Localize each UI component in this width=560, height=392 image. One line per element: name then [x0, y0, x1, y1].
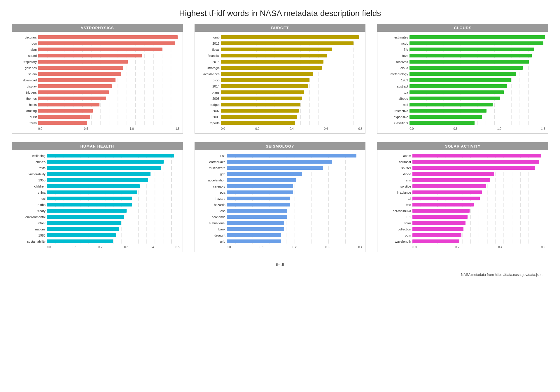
table-row: tovs	[380, 53, 545, 58]
bar-track	[227, 233, 363, 237]
bar-track	[38, 115, 180, 119]
x-tick: 0.0	[221, 127, 225, 130]
bar-fill	[227, 154, 356, 158]
bar-track	[47, 197, 180, 201]
bar-label: nations	[15, 228, 47, 231]
bar-track	[410, 66, 545, 70]
bar-label: bank	[198, 228, 227, 231]
bar-track	[227, 160, 363, 164]
bar-label: financial	[198, 54, 221, 57]
bar-label: orbiting	[15, 109, 38, 113]
bar-label: meteorology	[380, 72, 410, 76]
table-row: 2014	[198, 84, 363, 89]
bar-fill	[410, 90, 503, 94]
bar-track	[221, 72, 363, 76]
table-row: diode	[380, 172, 545, 177]
table-row: 2009	[198, 114, 363, 120]
bar-track	[221, 48, 363, 52]
table-row: births	[15, 202, 180, 207]
table-row: burst	[15, 114, 180, 120]
x-tick: 0.2	[255, 127, 259, 130]
bar-track	[221, 66, 363, 70]
bar-label: sustainability	[15, 240, 47, 243]
bar-label: infant	[15, 221, 47, 225]
bar-track	[412, 239, 545, 244]
x-axis-budget: 0.00.20.40.60.8	[221, 127, 363, 130]
x-tick: 0.4	[150, 246, 154, 249]
bar-chart-seismology: riskearthquakemultihazardgdpacceleration…	[198, 153, 363, 244]
bar-track	[47, 227, 180, 231]
chart-header-budget: BUDGET	[195, 24, 366, 32]
bar-track	[47, 239, 180, 244]
bar-chart-human-health: wellbeingchina'stextsvulnerability1950ch…	[15, 153, 180, 244]
table-row: download	[15, 78, 180, 83]
table-row: themes	[15, 96, 180, 101]
bar-fill	[410, 109, 486, 113]
bar-track	[221, 90, 363, 94]
table-row: sim	[380, 178, 545, 183]
table-row: ppm	[380, 233, 545, 238]
bar-label: solar	[380, 221, 412, 225]
x-tick: 0.4	[498, 246, 502, 249]
x-axis-label: tf-idf	[12, 262, 548, 267]
table-row: 0.1	[380, 214, 545, 220]
x-tick: 0.0	[410, 127, 414, 130]
bar-track	[412, 233, 545, 237]
bar-track	[412, 227, 545, 231]
bar-fill	[221, 90, 304, 94]
table-row: texts	[15, 165, 180, 171]
bar-track	[47, 209, 180, 213]
chart-header-clouds: CLOUDS	[377, 24, 548, 32]
bar-track	[221, 103, 363, 107]
bar-label: omb	[198, 36, 221, 39]
table-row: estimates	[380, 35, 545, 40]
bar-fill	[412, 154, 541, 158]
bar-label: avoidances	[198, 72, 221, 76]
bar-label: hazard	[198, 197, 227, 200]
x-tick: 1.5	[541, 127, 545, 130]
bar-label: restrictive	[380, 109, 410, 113]
table-row: acrimsat	[380, 159, 545, 164]
bar-label: births	[15, 203, 47, 206]
bar-label: reports	[198, 121, 221, 125]
bar-label: studio	[15, 72, 38, 76]
x-axis-clouds: 0.00.51.01.5	[410, 127, 545, 130]
x-tick: 0.5	[176, 246, 180, 249]
bar-label: gcn	[15, 42, 38, 45]
x-tick: 1.0	[130, 127, 134, 130]
bar-fill	[221, 84, 308, 88]
bar-fill	[227, 160, 332, 164]
bar-track	[410, 54, 545, 58]
chart-body-clouds: estimatesncdcfifetovsreceivedcloudmeteor…	[377, 32, 548, 134]
bar-fill	[412, 221, 466, 225]
bar-track	[38, 84, 180, 88]
bar-track	[38, 60, 180, 64]
bar-track	[227, 203, 363, 207]
x-tick: 0.4	[358, 246, 362, 249]
table-row: acrim	[380, 153, 545, 158]
bar-label: tsi	[380, 197, 412, 200]
chart-clouds: CLOUDSestimatesncdcfifetovsreceivedcloud…	[377, 24, 548, 134]
bar-fill	[227, 227, 284, 231]
bar-track	[221, 84, 363, 88]
bar-track	[227, 239, 363, 244]
bar-fill	[38, 115, 90, 119]
bar-label: 1985	[15, 234, 47, 237]
x-tick: 0.5	[84, 127, 88, 130]
x-axis-seismology: 0.00.10.20.30.4	[227, 246, 363, 249]
bar-label: gbm	[15, 48, 38, 51]
bar-fill	[221, 109, 299, 113]
bar-fill	[227, 166, 323, 170]
table-row: mpl	[380, 102, 545, 107]
bar-label: irradiance	[380, 191, 412, 194]
bar-label: acceleration	[198, 178, 227, 182]
bar-track	[221, 78, 363, 82]
bar-label: fermi	[15, 121, 38, 125]
bar-track	[412, 203, 545, 207]
table-row: treaty	[15, 208, 180, 214]
bar-track	[47, 190, 180, 195]
x-tick: 0.2	[98, 246, 102, 249]
bar-track	[221, 54, 363, 58]
table-row: abstract	[380, 84, 545, 89]
bar-label: circulars	[15, 36, 38, 39]
